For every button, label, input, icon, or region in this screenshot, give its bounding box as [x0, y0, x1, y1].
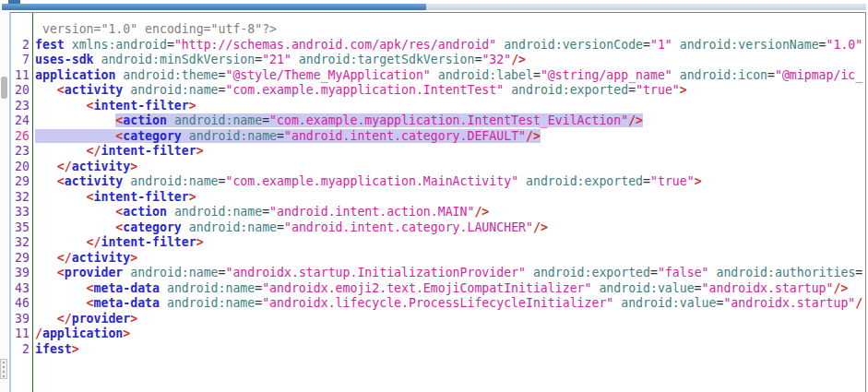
code-lines: version="1.0" encoding="utf-8"?>2fest xm… — [11, 22, 865, 357]
text-selection: <action android:name="com.example.myappl… — [115, 113, 643, 127]
line-number: 46 — [11, 296, 32, 312]
code-line[interactable]: 2ifest> — [11, 342, 865, 358]
line-number: 33 — [11, 205, 32, 220]
line-number: 20 — [11, 83, 32, 99]
line-number: 2 — [11, 342, 32, 358]
code-text: fest xmlns:android="http://schemas.andro… — [33, 38, 862, 53]
code-text: <action android:name="com.example.myappl… — [33, 113, 643, 129]
line-number: 20 — [11, 160, 32, 175]
line-number: 11 — [11, 68, 32, 84]
code-text: <meta-data android:name="androidx.emoji2… — [33, 281, 848, 297]
vertical-scrollbar[interactable] — [0, 12, 8, 392]
code-line[interactable]: 20 </activity> — [11, 160, 865, 175]
code-text: </activity> — [33, 251, 137, 267]
code-text: <activity android:name="com.example.myap… — [33, 174, 702, 190]
code-line[interactable]: 2fest xmlns:android="http://schemas.andr… — [11, 38, 865, 53]
code-text: <meta-data android:name="androidx.lifecy… — [33, 296, 862, 312]
line-number: 29 — [11, 174, 32, 190]
code-line[interactable]: 20 <activity android:name="com.example.m… — [11, 83, 865, 99]
line-number: 23 — [11, 144, 32, 160]
code-text: </provider> — [33, 312, 137, 327]
code-text: <intent-filter> — [33, 99, 196, 114]
code-line[interactable]: 43 <meta-data android:name="androidx.emo… — [11, 281, 865, 297]
code-line[interactable]: 46 <meta-data android:name="androidx.lif… — [11, 296, 865, 312]
line-number: 11 — [11, 327, 32, 342]
line-number: 23 — [11, 99, 32, 114]
code-line[interactable]: 11/application> — [11, 327, 865, 342]
vertical-scrollbar-thumb[interactable] — [1, 77, 7, 99]
code-text: ifest> — [33, 342, 79, 358]
line-number: 32 — [11, 190, 32, 206]
code-text: <category android:name="android.intent.c… — [33, 220, 548, 236]
code-line[interactable]: 26 <category android:name="android.inten… — [11, 129, 865, 145]
code-text: </intent-filter> — [33, 235, 204, 251]
code-text: <action android:name="android.intent.act… — [33, 205, 489, 220]
horizontal-scrollbar[interactable] — [2, 4, 866, 10]
code-text: /application> — [33, 327, 130, 342]
code-line[interactable]: 24 <action android:name="com.example.mya… — [11, 113, 865, 129]
code-line[interactable]: 29 <activity android:name="com.example.m… — [11, 174, 865, 190]
line-number: 35 — [11, 220, 32, 236]
code-text: <provider android:name="androidx.startup… — [33, 266, 862, 281]
xml-code-editor[interactable]: version="1.0" encoding="utf-8"?>2fest xm… — [9, 12, 866, 392]
line-number: 32 — [11, 235, 32, 251]
line-number — [11, 22, 32, 38]
code-text: <intent-filter> — [33, 190, 196, 206]
code-line[interactable]: 32 <intent-filter> — [11, 190, 865, 206]
code-line[interactable]: 11application android:theme="@style/Them… — [11, 68, 865, 84]
resize-grip[interactable] — [0, 359, 7, 379]
horizontal-scrollbar-thumb[interactable] — [2, 4, 426, 10]
line-number: 24 — [11, 113, 32, 129]
line-number: 43 — [11, 281, 32, 297]
line-number: 39 — [11, 312, 32, 327]
code-line[interactable]: 23 </intent-filter> — [11, 144, 865, 160]
code-text: version="1.0" encoding="utf-8"?> — [33, 22, 277, 38]
code-text: </activity> — [33, 160, 137, 175]
line-number: 2 — [11, 38, 32, 53]
code-line[interactable]: 39 </provider> — [11, 312, 865, 327]
line-number: 26 — [11, 129, 32, 145]
code-text: <activity android:name="com.example.myap… — [33, 83, 687, 99]
code-line[interactable]: 35 <category android:name="android.inten… — [11, 220, 865, 236]
code-text: <category android:name="android.intent.c… — [33, 129, 541, 145]
code-line[interactable]: 33 <action android:name="android.intent.… — [11, 205, 865, 220]
code-line[interactable]: 7uses-sdk android:minSdkVersion="21" and… — [11, 53, 865, 68]
code-line[interactable]: 39 <provider android:name="androidx.star… — [11, 266, 865, 281]
code-line[interactable]: version="1.0" encoding="utf-8"?> — [11, 22, 865, 38]
code-text: application android:theme="@style/Theme_… — [33, 68, 862, 84]
code-line[interactable]: 29 </activity> — [11, 251, 865, 267]
code-line[interactable]: 32 </intent-filter> — [11, 235, 865, 251]
code-line[interactable]: 23 <intent-filter> — [11, 99, 865, 114]
line-number: 7 — [11, 53, 32, 68]
line-number: 39 — [11, 266, 32, 281]
text-selection: <category android:name="android.intent.c… — [35, 129, 541, 143]
code-text: </intent-filter> — [33, 144, 204, 160]
code-text: uses-sdk android:minSdkVersion="21" andr… — [33, 53, 526, 68]
line-number: 29 — [11, 251, 32, 267]
